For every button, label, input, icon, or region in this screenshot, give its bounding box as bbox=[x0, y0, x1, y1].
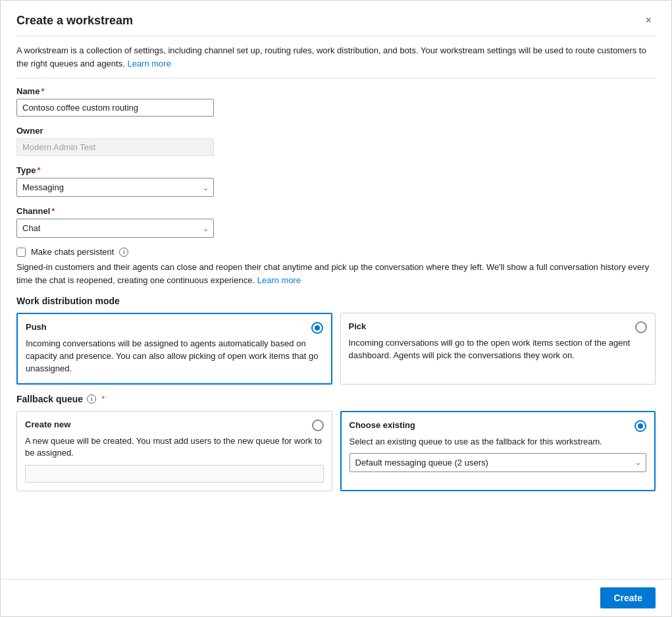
pick-option-card[interactable]: Pick Incoming conversations will go to t… bbox=[340, 313, 656, 385]
make-chats-persistent-row: Make chats persistent i bbox=[16, 247, 656, 257]
push-card-header: Push bbox=[26, 322, 323, 334]
type-field-group: Type* Messaging Voice ⌄ bbox=[16, 165, 656, 197]
owner-label: Owner bbox=[16, 126, 656, 136]
header-divider bbox=[16, 36, 656, 36]
owner-field-group: Owner Modern Admin Test bbox=[16, 126, 656, 156]
dialog-title: Create a workstream bbox=[16, 14, 133, 28]
fallback-required: * bbox=[101, 394, 105, 404]
pick-card-header: Pick bbox=[349, 321, 648, 333]
create-new-title: Create new bbox=[25, 419, 70, 429]
name-field-group: Name* bbox=[16, 86, 656, 117]
dialog-footer: Create bbox=[1, 579, 671, 616]
choose-existing-title: Choose existing bbox=[349, 420, 415, 430]
type-label: Type* bbox=[16, 165, 656, 175]
type-required: * bbox=[37, 165, 40, 175]
push-desc: Incoming conversations will be assigned … bbox=[26, 338, 323, 375]
close-button[interactable]: × bbox=[642, 14, 656, 27]
create-new-radio[interactable] bbox=[312, 419, 324, 431]
persistent-info-icon: i bbox=[119, 248, 128, 257]
choose-existing-desc: Select an existing queue to use as the f… bbox=[349, 436, 647, 448]
name-required: * bbox=[41, 86, 44, 96]
channel-select[interactable]: Chat Email SMS bbox=[16, 219, 214, 238]
description-learn-more-link[interactable]: Learn more bbox=[127, 59, 170, 68]
pick-title: Pick bbox=[349, 321, 367, 331]
pick-desc: Incoming conversations will go to the op… bbox=[349, 337, 648, 362]
choose-existing-radio-dot bbox=[638, 423, 643, 429]
type-select-wrapper: Messaging Voice ⌄ bbox=[16, 178, 214, 197]
fallback-queue-cards: Create new A new queue will be created. … bbox=[16, 411, 656, 492]
fallback-info-icon: i bbox=[87, 394, 96, 404]
create-new-queue-input[interactable] bbox=[25, 465, 324, 483]
create-new-desc: A new queue will be created. You must ad… bbox=[25, 435, 324, 460]
type-select[interactable]: Messaging Voice bbox=[16, 178, 214, 197]
persistent-learn-more-link[interactable]: Learn more bbox=[257, 275, 301, 285]
create-new-header: Create new bbox=[25, 419, 324, 431]
create-workstream-dialog: Create a workstream × A workstream is a … bbox=[0, 0, 672, 617]
make-chats-persistent-checkbox[interactable] bbox=[16, 248, 26, 257]
channel-select-wrapper: Chat Email SMS ⌄ bbox=[16, 219, 214, 238]
dialog-header: Create a workstream × bbox=[16, 14, 656, 28]
name-input[interactable] bbox=[16, 99, 214, 117]
channel-label: Channel* bbox=[16, 206, 656, 216]
channel-field-group: Channel* Chat Email SMS ⌄ bbox=[16, 206, 656, 238]
dialog-description: A workstream is a collection of settings… bbox=[16, 44, 656, 70]
push-title: Push bbox=[26, 322, 47, 332]
push-option-card[interactable]: Push Incoming conversations will be assi… bbox=[16, 313, 332, 385]
channel-required: * bbox=[51, 206, 55, 216]
persistent-description: Signed-in customers and their agents can… bbox=[16, 261, 656, 286]
push-radio[interactable] bbox=[311, 322, 323, 334]
work-distribution-cards: Push Incoming conversations will be assi… bbox=[16, 313, 656, 385]
fallback-queue-header: Fallback queue i * bbox=[16, 394, 656, 404]
fallback-queue-select[interactable]: Default messaging queue (2 users) bbox=[349, 453, 647, 472]
create-new-card[interactable]: Create new A new queue will be created. … bbox=[16, 411, 332, 492]
fallback-queue-select-wrapper: Default messaging queue (2 users) ⌄ bbox=[349, 448, 647, 472]
choose-existing-radio[interactable] bbox=[634, 420, 646, 432]
create-button[interactable]: Create bbox=[600, 587, 656, 608]
fallback-queue-title: Fallback queue bbox=[16, 394, 83, 404]
make-chats-persistent-label[interactable]: Make chats persistent bbox=[31, 247, 114, 257]
choose-existing-card[interactable]: Choose existing Select an existing queue… bbox=[340, 411, 656, 492]
name-label: Name* bbox=[16, 86, 656, 96]
choose-existing-header: Choose existing bbox=[349, 420, 647, 432]
work-distribution-title: Work distribution mode bbox=[16, 296, 656, 306]
pick-radio[interactable] bbox=[635, 321, 647, 333]
owner-value: Modern Admin Test bbox=[16, 138, 214, 156]
desc-divider bbox=[16, 78, 656, 78]
push-radio-dot bbox=[315, 325, 320, 331]
